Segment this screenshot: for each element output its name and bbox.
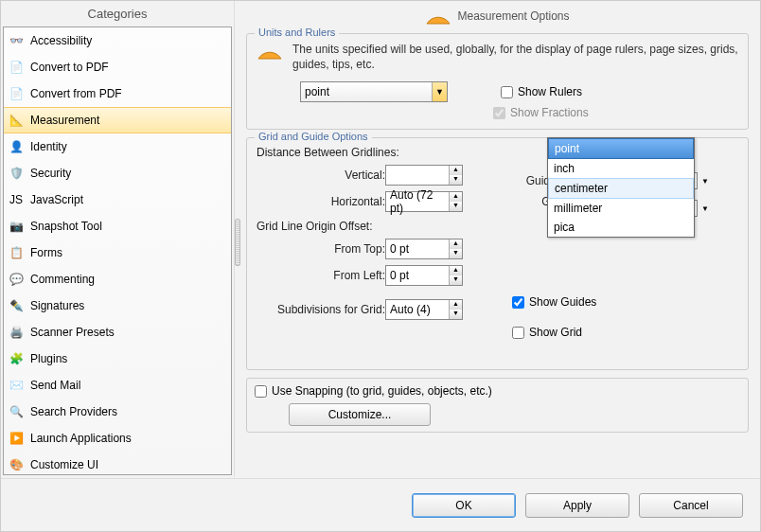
sidebar-item-convert-from-pdf[interactable]: 📄Convert from PDF xyxy=(4,80,231,107)
show-grid-checkbox[interactable]: Show Grid xyxy=(512,326,709,339)
sidebar-item-plugins[interactable]: 🧩Plugins xyxy=(4,346,231,372)
page-title: Measurement Options xyxy=(457,9,569,23)
show-rulers-checkbox[interactable]: Show Rulers xyxy=(501,85,582,98)
sidebar-item-measurement[interactable]: 📐Measurement xyxy=(4,107,231,133)
protractor-icon xyxy=(257,42,283,61)
sidebar-item-identity[interactable]: 👤Identity xyxy=(4,133,231,160)
category-icon: 📄 xyxy=(8,59,25,76)
category-icon: 📄 xyxy=(8,85,25,102)
category-icon: 🧩 xyxy=(8,350,25,367)
vertical-spinner[interactable]: ▲▼ xyxy=(385,165,463,186)
category-icon: 👓 xyxy=(8,32,25,49)
sidebar-item-signatures[interactable]: ✒️Signatures xyxy=(4,293,231,319)
category-icon: ▶️ xyxy=(8,430,25,447)
sidebar-item-launch-applications[interactable]: ▶️Launch Applications xyxy=(4,425,231,452)
category-list: 👓Accessibility📄Convert to PDF📄Convert fr… xyxy=(3,27,232,475)
category-icon: 👤 xyxy=(8,138,25,155)
category-icon: 📐 xyxy=(8,112,25,129)
sidebar-item-scanner-presets[interactable]: 🖨️Scanner Presets xyxy=(4,319,231,346)
sidebar-item-security[interactable]: 🛡️Security xyxy=(4,160,231,186)
sidebar-item-send-mail[interactable]: ✉️Send Mail xyxy=(4,372,231,399)
units-option-millimeter[interactable]: millimeter xyxy=(548,199,694,218)
category-icon: 📷 xyxy=(8,218,25,235)
sidebar-item-commenting[interactable]: 💬Commenting xyxy=(4,266,231,293)
dialog-buttons: OK Apply Cancel xyxy=(1,478,760,531)
units-description: The units specified will be used, global… xyxy=(292,42,738,72)
cancel-button[interactable]: Cancel xyxy=(639,493,743,518)
snapping-fieldset: Use Snapping (to grid, guides, objects, … xyxy=(246,378,749,433)
category-icon: JS xyxy=(8,191,25,208)
use-snapping-checkbox[interactable]: Use Snapping (to grid, guides, objects, … xyxy=(255,384,740,398)
sidebar-item-convert-to-pdf[interactable]: 📄Convert to PDF xyxy=(4,54,231,80)
protractor-icon xyxy=(425,7,451,26)
units-option-inch[interactable]: inch xyxy=(548,159,694,178)
customize-button[interactable]: Customize... xyxy=(289,403,431,426)
sidebar-header: Categories xyxy=(3,3,232,27)
sidebar-item-forms[interactable]: 📋Forms xyxy=(4,239,231,266)
category-icon: 🎨 xyxy=(8,456,25,473)
chevron-down-icon[interactable]: ▼ xyxy=(432,82,447,101)
units-dropdown-list[interactable]: pointinchcentimetermillimeterpica xyxy=(547,137,695,238)
sidebar-item-search-providers[interactable]: 🔍Search Providers xyxy=(4,399,231,425)
category-icon: ✒️ xyxy=(8,297,25,314)
category-icon: ✉️ xyxy=(8,377,25,394)
units-option-centimeter[interactable]: centimeter xyxy=(548,178,694,199)
category-icon: 💬 xyxy=(8,271,25,288)
horizontal-spinner[interactable]: Auto (72 pt)▲▼ xyxy=(385,191,463,212)
category-icon: 🔍 xyxy=(8,403,25,420)
sidebar: Categories 👓Accessibility📄Convert to PDF… xyxy=(1,1,235,477)
sidebar-item-javascript[interactable]: JSJavaScript xyxy=(4,186,231,213)
category-icon: 🖨️ xyxy=(8,324,25,341)
units-option-pica[interactable]: pica xyxy=(548,218,694,237)
show-guides-checkbox[interactable]: Show Guides xyxy=(512,295,709,309)
sidebar-item-accessibility[interactable]: 👓Accessibility xyxy=(4,27,231,54)
units-combo[interactable]: point ▼ xyxy=(300,81,448,102)
from-top-spinner[interactable]: 0 pt▲▼ xyxy=(385,239,463,259)
content-pane: Measurement Options Units and Rulers The… xyxy=(235,1,760,477)
apply-button[interactable]: Apply xyxy=(525,493,629,518)
subdivisions-spinner[interactable]: Auto (4)▲▼ xyxy=(385,299,463,320)
ok-button[interactable]: OK xyxy=(412,493,516,518)
units-fieldset: Units and Rulers The units specified wil… xyxy=(246,33,749,130)
sidebar-item-customize-ui[interactable]: 🎨Customize UI xyxy=(4,452,231,475)
units-legend: Units and Rulers xyxy=(255,27,339,38)
category-icon: 📋 xyxy=(8,244,25,261)
grid-legend: Grid and Guide Options xyxy=(255,131,372,142)
show-fractions-checkbox[interactable]: Show Fractions xyxy=(493,106,589,119)
category-icon: 🛡️ xyxy=(8,165,25,182)
sidebar-item-snapshot-tool[interactable]: 📷Snapshot Tool xyxy=(4,213,231,239)
from-left-spinner[interactable]: 0 pt▲▼ xyxy=(385,265,463,286)
units-option-point[interactable]: point xyxy=(548,138,694,159)
